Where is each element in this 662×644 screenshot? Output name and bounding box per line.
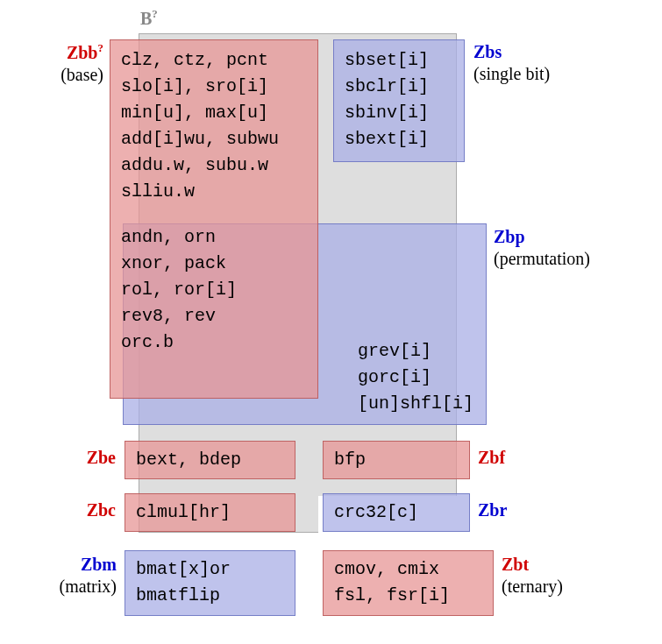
zbt-line: fsl, fsr[i] [334, 583, 482, 609]
zbb-line: slliu.w [121, 179, 307, 205]
zbc-line: clmul[hr] [136, 499, 284, 526]
zbp-line: [un]shfl[i] [358, 391, 473, 417]
zbb-line: min[u], max[u] [121, 100, 307, 126]
zbb-line: clz, ctz, pcnt [121, 47, 307, 74]
label-zbr: Zbr [478, 499, 507, 521]
zbm-line: bmat[x]or [136, 556, 284, 583]
title-B: B? [140, 7, 158, 30]
box-zbm: bmat[x]or bmatflip [125, 550, 295, 616]
zbp-line: grev[i] [358, 338, 473, 364]
zbb-shared-line: rev8, rev [121, 303, 307, 329]
zbr-line: crc32[c] [334, 499, 459, 526]
label-zbf: Zbf [478, 447, 505, 469]
box-zbr: crc32[c] [323, 493, 470, 532]
label-zbs: Zbs (single bit) [473, 41, 550, 85]
zbb-shared-line: andn, orn [121, 224, 307, 251]
zbs-line: sbext[i] [345, 126, 453, 152]
label-zbb: Zbb? (base) [16, 41, 103, 86]
box-zbs: sbset[i] sbclr[i] sbinv[i] sbext[i] [333, 39, 465, 162]
label-zbc: Zbc [53, 499, 116, 521]
label-zbp: Zbp (permutation) [494, 226, 590, 270]
zbf-line: bfp [334, 447, 459, 473]
zbb-shared-line: xnor, pack [121, 251, 307, 277]
zbe-line: bext, bdep [136, 447, 284, 473]
zbb-line: add[i]wu, subwu [121, 126, 307, 152]
diagram-canvas: { "title": { "name": "B", "sup": "?" }, … [0, 0, 662, 644]
zbb-shared-line: orc.b [121, 329, 307, 356]
label-zbt: Zbt (ternary) [502, 554, 563, 598]
label-zbm: Zbm (matrix) [31, 554, 117, 598]
zbb-line: slo[i], sro[i] [121, 74, 307, 100]
label-zbe: Zbe [53, 447, 116, 469]
zbm-line: bmatflip [136, 583, 284, 609]
zbs-line: sbclr[i] [345, 74, 453, 100]
zbs-line: sbinv[i] [345, 100, 453, 126]
box-zbt: cmov, cmix fsl, fsr[i] [323, 550, 494, 616]
box-zbc: clmul[hr] [125, 493, 295, 532]
zbp-line: gorc[i] [358, 364, 473, 391]
box-zbe: bext, bdep [125, 441, 295, 479]
zbt-line: cmov, cmix [334, 556, 482, 583]
box-zbb: clz, ctz, pcnt slo[i], sro[i] min[u], ma… [110, 39, 318, 399]
zbb-line: addu.w, subu.w [121, 152, 307, 179]
zbb-shared-line: rol, ror[i] [121, 277, 307, 303]
box-zbf: bfp [323, 441, 470, 479]
zbs-line: sbset[i] [345, 47, 453, 74]
